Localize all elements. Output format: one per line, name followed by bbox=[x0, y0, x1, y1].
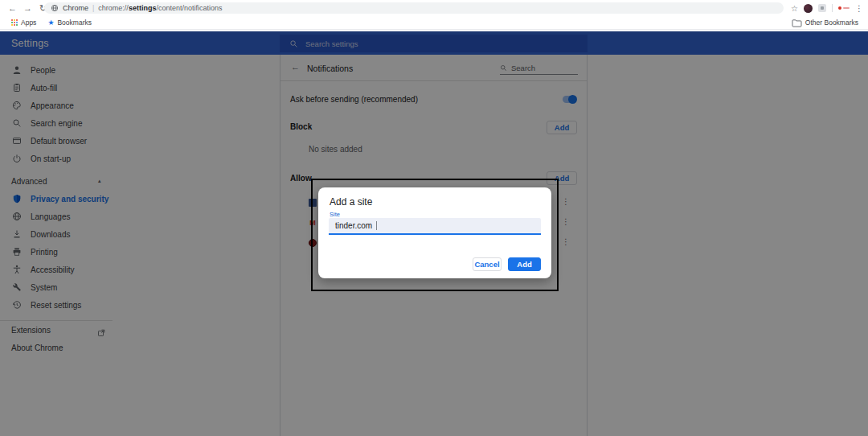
dialog-title: Add a site bbox=[330, 196, 372, 208]
red-indicator-icon bbox=[838, 6, 850, 10]
address-bar[interactable]: Chrome | chrome://settings/content/notif… bbox=[44, 2, 784, 14]
omnibox-separator: | bbox=[92, 4, 94, 12]
dialog-add-button[interactable]: Add bbox=[508, 257, 541, 271]
extension-icon[interactable] bbox=[818, 4, 826, 12]
other-bookmarks[interactable]: Other Bookmarks bbox=[792, 19, 858, 27]
profile-avatar[interactable] bbox=[804, 4, 813, 13]
url-text: chrome://settings/content/notifications bbox=[98, 4, 222, 12]
bookmarks-label: Bookmarks bbox=[57, 19, 92, 27]
apps-grid-icon bbox=[11, 19, 18, 26]
globe-icon bbox=[51, 4, 59, 12]
star-icon: ★ bbox=[47, 19, 54, 27]
add-site-dialog: Add a site Site tinder.com Cancel Add bbox=[318, 187, 551, 278]
back-icon[interactable]: ← bbox=[8, 1, 17, 15]
apps-label: Apps bbox=[21, 19, 36, 27]
bookmarks-bar: Apps ★ Bookmarks Other Bookmarks bbox=[0, 16, 868, 30]
text-caret bbox=[376, 221, 377, 230]
cancel-button[interactable]: Cancel bbox=[473, 257, 502, 271]
other-bookmarks-label: Other Bookmarks bbox=[805, 19, 858, 27]
apps-shortcut[interactable]: Apps bbox=[11, 19, 36, 27]
browser-menu-icon[interactable]: ⋮ bbox=[855, 4, 863, 13]
toolbar-divider bbox=[832, 4, 833, 12]
bookmarks-shortcut[interactable]: ★ Bookmarks bbox=[47, 19, 92, 27]
bookmark-star-icon[interactable]: ☆ bbox=[791, 4, 798, 13]
folder-icon bbox=[792, 19, 802, 27]
site-name-chip: Chrome bbox=[63, 4, 88, 12]
browser-toolbar: ← → ↻ Chrome | chrome://settings/content… bbox=[0, 0, 868, 16]
site-input-value: tinder.com bbox=[335, 221, 372, 230]
site-input[interactable]: tinder.com bbox=[329, 218, 541, 235]
site-field-label: Site bbox=[330, 211, 340, 218]
forward-icon[interactable]: → bbox=[23, 1, 32, 15]
